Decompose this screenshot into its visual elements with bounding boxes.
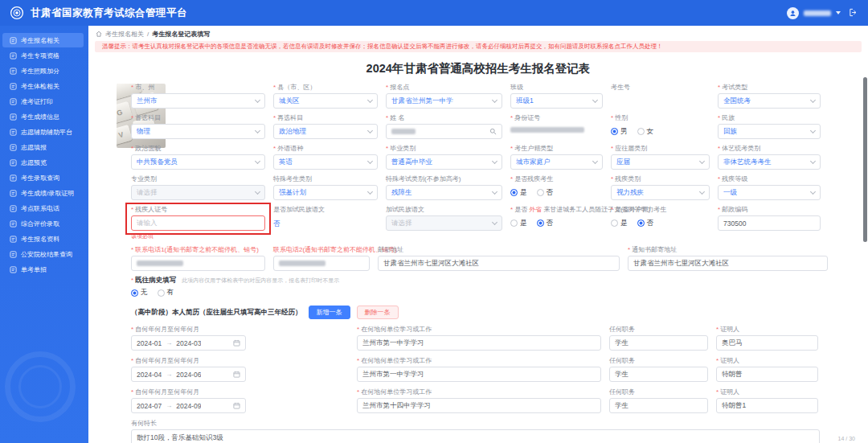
fresh-graduate-type-label: *应往届类别 <box>611 144 710 153</box>
migrant-worker-children-option-1[interactable]: 否 <box>537 219 554 228</box>
duty-input[interactable]: 学生 <box>609 367 708 382</box>
witness-input[interactable]: 奥巴马 <box>716 335 818 351</box>
add-entry-button[interactable]: 新增一条 <box>309 306 350 319</box>
is-disabled-option-0[interactable]: 是 <box>510 188 527 198</box>
witness-input[interactable]: 特朗普1 <box>716 398 818 413</box>
medical-history-block: * 既往病史填写 此项内容仅用于体检表中的对应内容显示，报名表打印时不显示 无 … <box>131 276 820 299</box>
registration-site-select[interactable]: 甘肃省兰州第一中学 <box>386 93 502 109</box>
input-value: 特朗普1 <box>722 401 813 411</box>
disability-cert-no-label: *残疾人证号 <box>131 205 265 214</box>
date-range-input[interactable]: 2024-04→2024-06 <box>131 367 246 382</box>
disability-type-select[interactable]: 视力残疾 <box>611 185 710 200</box>
sidebar-item-physical-exam[interactable]: 考生体检相关 <box>0 79 88 93</box>
political-status-select[interactable]: 中共预备党员 <box>131 154 265 170</box>
label-text: 民族 <box>722 113 735 122</box>
witness-input[interactable]: 特朗普 <box>716 367 818 382</box>
sidebar-item-report-related[interactable]: 考生报名相关 <box>2 33 84 47</box>
breadcrumb-section[interactable]: 考生报名相关 <box>105 30 144 39</box>
place-input[interactable]: 兰州市第十四中学学习 <box>357 398 601 413</box>
special-candidate-type-select[interactable]: 强基计划 <box>273 185 378 200</box>
chevron-down-icon[interactable] <box>836 11 841 14</box>
equivalent-education-option-1[interactable]: 否 <box>637 219 654 228</box>
class-select[interactable]: 班级1 <box>510 93 603 109</box>
redacted-value <box>137 260 183 266</box>
fresh-graduate-type-select[interactable]: 应届 <box>611 154 710 170</box>
phone2-input[interactable] <box>273 256 370 271</box>
home-icon[interactable] <box>96 31 102 37</box>
disability-level-select[interactable]: 一级 <box>718 185 821 200</box>
sidebar-item-admission-query[interactable]: 考生录取查询 <box>0 170 88 185</box>
mailing-address-input[interactable]: 甘肃省兰州市七里河区大滩社区 <box>628 256 828 271</box>
sidebar-item-admission-ticket-print[interactable]: 准考证打印 <box>0 94 88 109</box>
calendar-icon[interactable] <box>233 339 240 347</box>
gender-option-1[interactable]: 女 <box>637 127 654 137</box>
is-disabled-option-1[interactable]: 否 <box>537 188 554 198</box>
postal-code-input[interactable]: 730500 <box>718 215 821 231</box>
calendar-icon[interactable] <box>233 371 240 378</box>
page-indicator: 14 / 30 <box>838 436 855 441</box>
sidebar-item-comprehensive-evaluation[interactable]: 综合评价录取 <box>0 216 88 231</box>
county-select[interactable]: 城关区 <box>273 93 378 109</box>
phone1-input[interactable] <box>131 256 265 271</box>
exam-type-select[interactable]: 全国统考 <box>718 93 821 109</box>
place-input[interactable]: 兰州市第一中学学习 <box>357 367 601 382</box>
period-label: *自何年何月至何年何月 <box>131 325 349 334</box>
duty-input[interactable]: 学生 <box>609 398 708 413</box>
major-category-select[interactable]: 请选择 <box>131 185 265 200</box>
label-text: 首选科目 <box>135 113 161 122</box>
search-icon[interactable] <box>489 128 497 135</box>
sidebar-item-exam-site-phone[interactable]: 考点联系电话 <box>0 201 88 215</box>
migrant-worker-children-option-0[interactable]: 是 <box>510 219 527 228</box>
required-asterisk: * <box>131 84 133 91</box>
gender-option-0[interactable]: 男 <box>611 127 628 137</box>
scrollbar-thumb[interactable] <box>863 77 867 242</box>
shield-icon <box>10 83 17 90</box>
place-input[interactable]: 兰州市第一中学学习 <box>357 335 601 351</box>
option-label: 是 <box>620 219 628 228</box>
household-type-select[interactable]: 城市家庭户 <box>510 154 603 170</box>
foreign-language-select[interactable]: 英语 <box>273 154 378 170</box>
delete-entry-button[interactable]: 删除一条 <box>357 306 399 319</box>
email-address-input[interactable]: 甘肃省兰州市七里河区大滩社区 <box>378 256 620 271</box>
pe-art-exam-type-select[interactable]: 非体艺统考考生 <box>718 154 821 170</box>
special-exam-type-select[interactable]: 残障生 <box>386 185 502 200</box>
label-text: 残疾人证号 <box>135 205 167 214</box>
sidebar-item-special-qualification[interactable]: 考生专项资格 <box>0 48 88 63</box>
radio-checked-icon <box>537 219 544 227</box>
date-range-input[interactable]: 2024-07→2024-09 <box>131 398 246 413</box>
second-subject-select[interactable]: 政治地理 <box>273 124 378 139</box>
first-subject-select[interactable]: 物理 <box>131 124 265 139</box>
disability-cert-no-input[interactable]: 请输入 <box>131 215 265 231</box>
minority-language-select[interactable]: 请选择 <box>386 215 502 231</box>
form-row: *联系电话1(通知书邮寄之前不能停机、销号)联系电话2(通知书邮寄之前不能停机、… <box>131 245 820 271</box>
sidebar-item-label: 公安院校结果查询 <box>21 250 72 259</box>
user-avatar[interactable] <box>787 7 799 19</box>
specialty-textarea[interactable]: 散打10段，音乐基础知识3级 <box>131 429 820 443</box>
sidebar-item-volunteer-fill[interactable]: 志愿填报 <box>0 140 88 154</box>
city-state-select[interactable]: 兰州市 <box>131 93 265 109</box>
equivalent-education-option-0[interactable]: 是 <box>611 219 628 228</box>
logout-icon[interactable] <box>849 8 858 18</box>
date-range-input[interactable]: 2024-01→2024-03 <box>131 335 246 351</box>
graduation-category-select[interactable]: 普通高中毕业 <box>386 154 502 170</box>
sidebar-nav: 考生报名相关考生专项资格考生照顾加分考生体检相关准考证打印考生成绩信息志愿辅助辅… <box>0 26 88 443</box>
sidebar-item-score-admission-cert[interactable]: 考生成绩/录取证明 <box>0 186 88 200</box>
sidebar-item-score-info[interactable]: 考生成绩信息 <box>0 109 88 124</box>
sidebar-item-separate-exam[interactable]: 单考单招 <box>0 262 88 277</box>
sidebar-item-volunteer-preview[interactable]: 志愿预览 <box>0 155 88 170</box>
ethnicity-select[interactable]: 回族 <box>718 124 821 139</box>
duty-input[interactable]: 学生 <box>609 335 708 351</box>
sidebar-item-label: 考点联系电话 <box>21 204 59 213</box>
check-icon <box>10 52 17 59</box>
sidebar-item-care-bonus[interactable]: 考生照顾加分 <box>0 64 88 78</box>
search-icon <box>10 174 17 182</box>
candidate-name-input[interactable] <box>386 124 502 139</box>
label-text: 姓 名 <box>390 113 404 122</box>
medical-history-option-has[interactable]: 有 <box>158 288 174 297</box>
label-text: 市、州 <box>135 83 154 92</box>
sidebar-item-volunteer-assist-platform[interactable]: 志愿辅助辅助平台 <box>0 125 88 139</box>
medical-history-option-none[interactable]: 无 <box>131 288 148 297</box>
sidebar-item-registration-materials[interactable]: 考生报名资料 <box>0 232 88 246</box>
sidebar-item-police-college-result[interactable]: 公安院校结果查询 <box>0 247 88 261</box>
calendar-icon[interactable] <box>233 402 240 409</box>
